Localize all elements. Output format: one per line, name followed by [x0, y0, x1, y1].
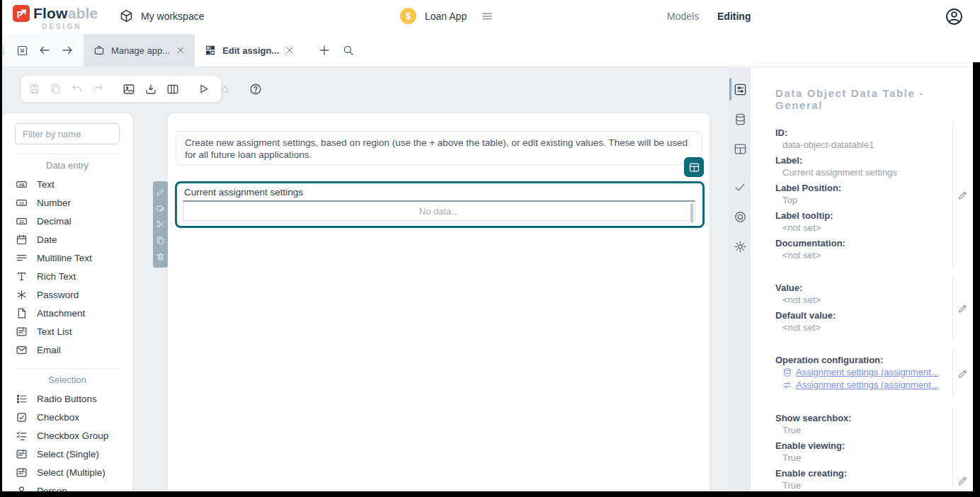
palette-item-rich-text[interactable]: Rich Text — [2, 267, 132, 285]
layout-columns-icon[interactable] — [166, 83, 179, 96]
table-scrollbar[interactable] — [690, 203, 693, 223]
text-list-icon — [16, 326, 28, 338]
palette-item-text-list[interactable]: Text List — [2, 322, 132, 341]
duplicate-icon[interactable] — [156, 236, 165, 245]
field-label: Show searchbox: — [775, 412, 952, 424]
undo-icon[interactable] — [71, 83, 83, 95]
decimal-icon: 12 — [16, 215, 28, 227]
concentric-circles-icon — [734, 210, 747, 224]
property-group-operations: Operation configuration: Assignment sett… — [775, 348, 953, 399]
nav-editing[interactable]: Editing — [717, 11, 751, 22]
radio-list-icon — [16, 393, 28, 405]
edit-label-icon[interactable] — [156, 204, 165, 213]
tab-edit-assignment[interactable]: Edit assign... — [195, 34, 304, 67]
properties-panel: Data Object Data Table - General ID:data… — [751, 67, 973, 497]
tab-close-icon[interactable] — [285, 46, 294, 55]
save-icon[interactable] — [28, 83, 40, 95]
property-group-flags: Show searchbox:True Enable viewing:True … — [775, 406, 953, 497]
field-value: Current assignment settings — [775, 166, 952, 178]
field-value: <not set> — [775, 294, 952, 306]
cut-scissors-icon[interactable] — [156, 219, 165, 229]
edit-group-pencil-icon[interactable] — [957, 304, 968, 314]
forward-arrow-icon[interactable] — [61, 44, 74, 57]
field-label: Operation configuration: — [775, 354, 952, 366]
palette-item-attachment[interactable]: Attachment — [2, 304, 132, 322]
number-icon: 12 — [16, 197, 28, 209]
editor-toolbar — [21, 76, 221, 102]
asterisk-icon — [16, 289, 28, 301]
palette-item-decimal[interactable]: 12 Decimal — [2, 212, 132, 230]
tab-close-icon[interactable] — [176, 46, 185, 55]
nav-models[interactable]: Models — [667, 11, 699, 22]
svg-text:12: 12 — [19, 200, 23, 205]
data-table-badge-icon[interactable] — [684, 157, 704, 177]
brand-subtitle: DESIGN — [42, 23, 81, 30]
workspace-selector[interactable]: My workspace — [119, 8, 204, 23]
edit-group-pencil-icon[interactable] — [957, 190, 968, 200]
palette-item-radio-buttons[interactable]: Radio Buttons — [2, 389, 132, 408]
divider — [15, 368, 120, 369]
operation-link[interactable]: Assignment settings (assignment... — [796, 379, 939, 392]
tab-manage-app[interactable]: Manage app... — [84, 34, 195, 67]
operation-link-row: Assignment settings (assignment... — [775, 366, 952, 379]
rail-tab-advanced[interactable] — [729, 232, 751, 261]
field-label: ID: — [775, 127, 952, 139]
rail-tab-validation[interactable] — [729, 172, 751, 202]
palette-item-number[interactable]: 12 Number — [2, 193, 132, 212]
description-text[interactable]: Create new assigment settings, based on … — [176, 131, 702, 165]
rail-tab-general[interactable] — [729, 74, 751, 104]
new-tab-icon[interactable] — [318, 44, 331, 57]
mapping-arrows-icon — [782, 380, 792, 390]
flowable-logo: Flowable DESIGN — [13, 5, 98, 30]
edit-group-pencil-icon[interactable] — [957, 475, 968, 486]
back-arrow-icon[interactable] — [38, 44, 51, 57]
delete-trash-icon[interactable] — [156, 252, 165, 261]
checkbox-group-icon — [16, 430, 28, 442]
palette-item-password[interactable]: Password — [2, 285, 132, 304]
filter-input[interactable] — [15, 123, 120, 144]
form-canvas[interactable]: Create new assigment settings, based on … — [168, 113, 710, 497]
component-label: Current assignment settings — [184, 187, 303, 198]
window-frame-right — [973, 62, 980, 497]
palette-item-select-single[interactable]: Select (Single) — [2, 445, 132, 463]
help-icon[interactable] — [249, 83, 262, 96]
search-tabs-icon[interactable] — [342, 44, 355, 57]
table-icon — [734, 142, 747, 156]
debug-bug-icon[interactable] — [219, 83, 231, 95]
field-label: Label tooltip: — [775, 210, 952, 222]
checkmark-icon — [734, 181, 746, 193]
rail-tab-visibility[interactable] — [729, 202, 751, 232]
deploy-icon[interactable] — [144, 83, 157, 96]
field-value: <not set> — [775, 321, 952, 333]
hamburger-menu-icon[interactable] — [481, 10, 494, 23]
copy-model-icon[interactable] — [50, 83, 62, 95]
redo-icon[interactable] — [92, 83, 104, 95]
palette-item-checkbox-group[interactable]: Checkbox Group — [2, 426, 132, 445]
app-switcher[interactable]: $ Loan App — [400, 8, 494, 24]
property-group-value: Value:<not set> Default value:<not set> — [775, 276, 953, 341]
palette-item-text[interactable]: AB Text — [2, 175, 132, 193]
palette-item-checkbox[interactable]: Checkbox — [2, 408, 132, 426]
palette-item-select-multiple[interactable]: Select (Multiple) — [2, 463, 132, 481]
rail-tab-table[interactable] — [729, 134, 751, 164]
data-table-component-selected[interactable]: Current assignment settings No data... — [175, 181, 705, 228]
palette-item-date[interactable]: Date — [2, 230, 132, 248]
edit-pencil-icon[interactable] — [156, 188, 165, 197]
run-play-icon[interactable] — [198, 83, 210, 95]
window-frame-bottom — [0, 491, 980, 497]
palette-item-email[interactable]: Email — [2, 341, 132, 359]
operation-link[interactable]: Assignment settings (assignment... — [796, 366, 939, 379]
edit-group-pencil-icon[interactable] — [957, 369, 968, 379]
briefcase-icon — [93, 45, 105, 56]
account-icon[interactable] — [945, 7, 964, 26]
preview-image-icon[interactable] — [122, 83, 135, 96]
field-label: Enable creating: — [775, 467, 952, 479]
palette-item-multiline-text[interactable]: Multiline Text — [2, 248, 132, 267]
app-avatar: $ — [400, 8, 416, 24]
file-icon — [16, 307, 28, 319]
field-value: <not set> — [775, 249, 952, 261]
rail-tab-data[interactable] — [729, 104, 751, 134]
form-model-icon — [205, 45, 216, 56]
close-tab-icon[interactable] — [16, 45, 28, 57]
field-value: True — [775, 479, 952, 491]
